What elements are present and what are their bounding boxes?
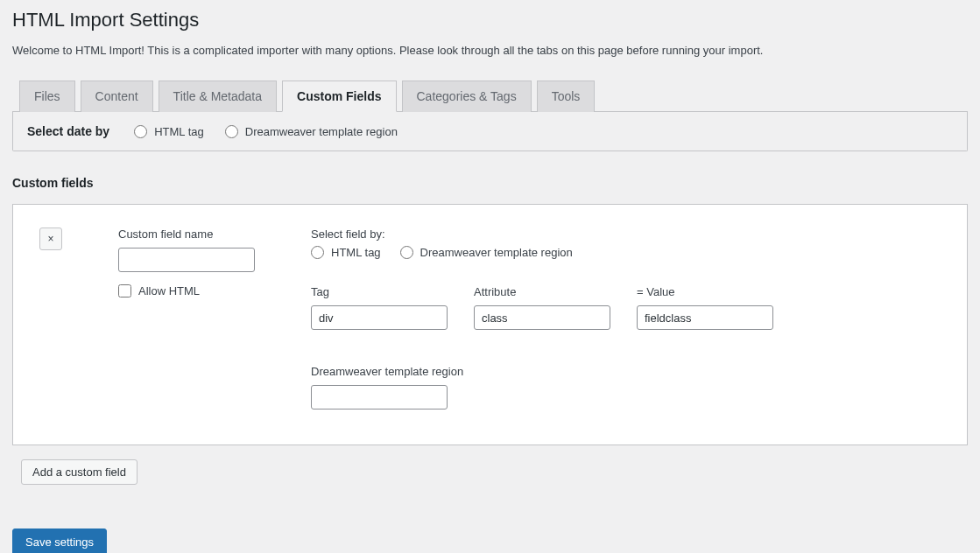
field-radio-html-tag[interactable]: HTML tag — [311, 246, 381, 259]
custom-fields-heading: Custom fields — [12, 176, 968, 190]
dw-region-label: Dreamweaver template region — [311, 365, 941, 378]
field-radio-html-tag-input[interactable] — [311, 246, 324, 259]
tag-label: Tag — [311, 285, 448, 298]
tab-title-metadata[interactable]: Title & Metadata — [159, 80, 277, 112]
remove-field-button[interactable]: × — [39, 228, 62, 250]
tab-custom-fields[interactable]: Custom Fields — [282, 80, 396, 112]
allow-html-label: Allow HTML — [138, 284, 200, 298]
add-custom-field-button[interactable]: Add a custom field — [21, 459, 137, 485]
intro-text: Welcome to HTML Import! This is a compli… — [12, 44, 968, 57]
select-date-by-label: Select date by — [27, 124, 109, 138]
tabs-nav: Files Content Title & Metadata Custom Fi… — [12, 80, 968, 112]
field-radio-dw[interactable]: Dreamweaver template region — [400, 246, 573, 259]
value-label: = Value — [637, 285, 773, 298]
field-radio-dw-label: Dreamweaver template region — [420, 246, 573, 259]
field-radio-html-tag-label: HTML tag — [331, 246, 381, 259]
value-input[interactable] — [637, 305, 773, 330]
dw-region-input[interactable] — [311, 385, 448, 410]
custom-field-row: × Custom field name Allow HTML Select fi… — [12, 204, 968, 445]
tab-categories-tags[interactable]: Categories & Tags — [402, 80, 532, 112]
date-radio-html-tag-input[interactable] — [134, 125, 147, 138]
custom-field-name-input[interactable] — [118, 248, 255, 272]
date-radio-dw-input[interactable] — [225, 125, 238, 138]
tab-tools[interactable]: Tools — [537, 80, 596, 112]
date-radio-html-tag[interactable]: HTML tag — [134, 125, 204, 138]
custom-field-name-label: Custom field name — [118, 228, 267, 241]
page-title: HTML Import Settings — [12, 9, 968, 32]
date-radio-html-tag-label: HTML tag — [154, 125, 204, 138]
date-radio-dw[interactable]: Dreamweaver template region — [225, 125, 398, 138]
allow-html-checkbox[interactable] — [118, 284, 131, 298]
attribute-input[interactable] — [474, 305, 610, 330]
tab-files[interactable]: Files — [19, 80, 75, 112]
date-radio-dw-label: Dreamweaver template region — [245, 125, 398, 138]
attribute-label: Attribute — [474, 285, 610, 298]
select-field-by-label: Select field by: — [311, 228, 941, 241]
tag-input[interactable] — [311, 305, 448, 330]
tab-content[interactable]: Content — [81, 80, 153, 112]
save-settings-button[interactable]: Save settings — [12, 528, 107, 553]
field-radio-dw-input[interactable] — [400, 246, 413, 259]
date-panel: Select date by HTML tag Dreamweaver temp… — [12, 112, 968, 151]
